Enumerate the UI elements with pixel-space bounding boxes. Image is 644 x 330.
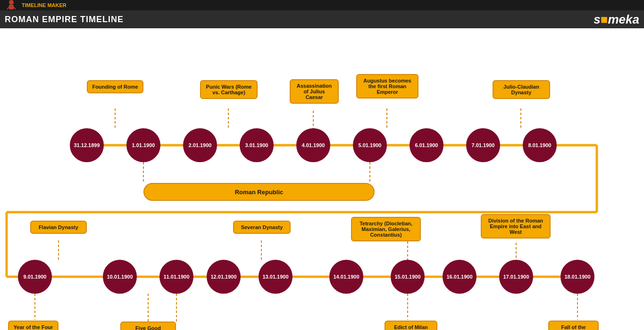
- node-2011900: 2.01.1900: [183, 128, 217, 162]
- label-five-good-emperors: Five Good Emperors: [120, 322, 176, 330]
- node-18011900: 18.01.1900: [560, 260, 594, 294]
- label-division-east-west: Division of the Roman Empire into East a…: [481, 214, 551, 239]
- timeline-svg: [0, 28, 644, 330]
- node-16011900: 16.01.1900: [443, 260, 477, 294]
- node-7011900: 7.01.1900: [466, 128, 500, 162]
- label-fall-western-roman-empire: Fall of the Western Roman Empire: [548, 321, 599, 330]
- svg-rect-1: [9, 5, 14, 9]
- page-title: ROMAN EMPIRE TIMELINE: [5, 15, 124, 25]
- node-14011900: 14.01.1900: [329, 260, 363, 294]
- svg-point-0: [9, 0, 14, 5]
- app-icon: [5, 0, 18, 12]
- app-label: TIMELINE MAKER: [22, 2, 67, 8]
- label-augustus: Augustus becomes the first Roman Emperor: [356, 74, 418, 99]
- node-12011900: 12.01.1900: [207, 260, 241, 294]
- label-severan-dynasty: Severan Dynasty: [233, 221, 291, 234]
- node-1011900: 1.01.1900: [126, 128, 160, 162]
- label-punic-wars: Punic Wars (Rome vs. Carthage): [200, 80, 258, 99]
- header-bottom: ROMAN EMPIRE TIMELINE s■meka: [0, 10, 644, 28]
- node-15011900: 15.01.1900: [391, 260, 425, 294]
- node-3011900: 3.01.1900: [240, 128, 274, 162]
- node-9011900: 9.01.1900: [18, 260, 52, 294]
- node-17011900: 17.01.1900: [499, 260, 533, 294]
- node-13011900: 13.01.1900: [259, 260, 293, 294]
- header-top: TIMELINE MAKER: [0, 0, 644, 10]
- label-julio-claudian: Julio-Claudian Dynasty: [493, 80, 550, 99]
- label-flavian-dynasty: Flavian Dynasty: [30, 221, 87, 234]
- svg-line-3: [14, 7, 16, 9]
- node-5011900: 5.01.1900: [353, 128, 387, 162]
- node-6011900: 6.01.1900: [410, 128, 443, 162]
- svg-line-2: [7, 7, 9, 9]
- node-4011900: 4.01.1900: [296, 128, 330, 162]
- node-8011900: 8.01.1900: [523, 128, 557, 162]
- node-10011900: 10.01.1900: [103, 260, 137, 294]
- label-tetrarchy: Tetrarchy (Diocletian, Maximian, Galeriu…: [351, 217, 421, 241]
- label-assassination: Assassination of Julius Caesar: [290, 79, 339, 104]
- label-year-four-emperors: Year of the Four Emperors: [8, 321, 59, 330]
- node-31121899: 31.12.1899: [70, 128, 104, 162]
- label-edict-milan: Edict of Milan (Legalization of Christia…: [385, 321, 437, 330]
- node-11011900: 11.01.1900: [159, 260, 193, 294]
- label-founding-rome: Founding of Rome: [87, 80, 143, 93]
- main-content: Founding of Rome Punic Wars (Rome vs. Ca…: [0, 28, 644, 330]
- span-roman-republic: Roman Republic: [143, 183, 375, 201]
- someka-logo: s■meka: [594, 12, 639, 27]
